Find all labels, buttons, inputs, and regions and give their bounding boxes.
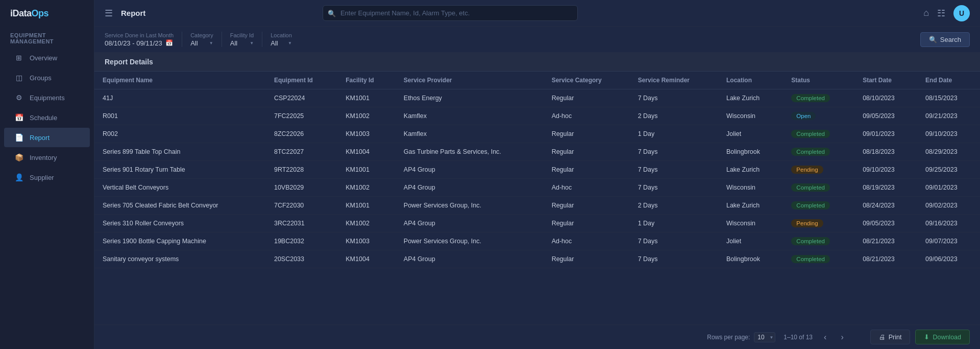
cell-category: Regular xyxy=(544,143,630,161)
search-input[interactable] xyxy=(323,5,578,21)
cell-category: Ad-hoc xyxy=(544,232,630,250)
cell-equip-id: 9RT22028 xyxy=(266,161,337,179)
cell-equip-id: 20SC2033 xyxy=(266,250,337,268)
cell-provider: Ethos Energy xyxy=(396,89,544,107)
cell-provider: Kamflex xyxy=(396,107,544,125)
topbar-title: Report xyxy=(121,9,145,17)
cell-name: Series 705 Cleated Fabric Belt Conveyor xyxy=(94,197,266,215)
cell-name: R002 xyxy=(94,125,266,143)
cell-location: Bolingbrook xyxy=(718,250,783,268)
logo-suffix: Ops xyxy=(32,8,49,18)
cell-status: Open xyxy=(783,107,854,125)
status-badge: Completed xyxy=(791,255,830,263)
cell-status: Completed xyxy=(783,125,854,143)
sidebar-nav: ⊞ Overview ◫ Groups ⚙ Equipments 📅 Sched… xyxy=(0,48,94,188)
sidebar-item-report[interactable]: 📄 Report xyxy=(4,128,90,147)
sidebar-item-groups[interactable]: ◫ Groups xyxy=(4,68,90,87)
status-badge: Completed xyxy=(791,148,830,156)
cell-start: 08/10/2023 xyxy=(854,89,917,107)
sidebar-item-inventory[interactable]: 📦 Inventory xyxy=(4,148,90,167)
print-label: Print xyxy=(889,334,902,341)
cell-facility: KM1002 xyxy=(337,107,396,125)
cell-name: Series 901 Rotary Turn Table xyxy=(94,161,266,179)
table-head: Equipment NameEquipment IdFacility IdSer… xyxy=(94,72,980,89)
cell-start: 08/21/2023 xyxy=(854,232,917,250)
cell-status: Completed xyxy=(783,232,854,250)
cell-reminder: 7 Days xyxy=(630,232,718,250)
cell-equip-id: 8TC22027 xyxy=(266,143,337,161)
status-badge: Completed xyxy=(791,94,830,102)
cell-reminder: 7 Days xyxy=(630,179,718,197)
status-badge: Completed xyxy=(791,183,830,192)
rows-select-wrap: 10 25 50 xyxy=(754,332,775,342)
sidebar-item-schedule[interactable]: 📅 Schedule xyxy=(4,108,90,127)
cell-end: 09/02/2023 xyxy=(917,197,980,215)
cell-equip-id: 7CF22030 xyxy=(266,197,337,215)
rows-per-page: Rows per page: 10 25 50 xyxy=(707,332,775,342)
cell-location: Lake Zurich xyxy=(718,89,783,107)
download-button[interactable]: ⬇ Download xyxy=(915,330,970,344)
facility-select[interactable]: All xyxy=(230,39,246,47)
cell-status: Completed xyxy=(783,250,854,268)
status-badge: Completed xyxy=(791,130,830,138)
grid-icon[interactable]: ☷ xyxy=(937,8,945,19)
sidebar-item-overview[interactable]: ⊞ Overview xyxy=(4,48,90,67)
cell-end: 09/06/2023 xyxy=(917,250,980,268)
table-row: Series 901 Rotary Turn Table 9RT22028 KM… xyxy=(94,161,980,179)
cell-equip-id: 7FC22025 xyxy=(266,107,337,125)
cell-end: 09/10/2023 xyxy=(917,125,980,143)
print-button[interactable]: 🖨 Print xyxy=(870,330,911,344)
calendar-icon: 📅 xyxy=(165,39,173,46)
table-row: Vertical Belt Conveyors 10VB2029 KM1002 … xyxy=(94,179,980,197)
cell-category: Regular xyxy=(544,215,630,232)
search-button[interactable]: 🔍 Search xyxy=(920,32,970,47)
table-row: 41J CSP22024 KM1001 Ethos Energy Regular… xyxy=(94,89,980,107)
cell-facility: KM1001 xyxy=(337,161,396,179)
facility-label: Facility Id xyxy=(230,32,254,38)
search-icon: 🔍 xyxy=(328,9,336,17)
avatar[interactable]: U xyxy=(953,5,970,21)
cell-name: Sanitary conveyor systems xyxy=(94,250,266,268)
cell-facility: KM1003 xyxy=(337,232,396,250)
search-btn-label: Search xyxy=(940,36,961,43)
status-badge: Completed xyxy=(791,201,830,210)
cell-name: 41J xyxy=(94,89,266,107)
prev-page-button[interactable]: ‹ xyxy=(821,332,829,343)
status-badge: Open xyxy=(791,112,816,120)
col-header-facility-id: Facility Id xyxy=(337,72,396,89)
location-select[interactable]: All xyxy=(271,39,286,47)
category-select[interactable]: All xyxy=(190,39,206,47)
facility-select-wrapper: All xyxy=(230,39,254,47)
sidebar-label-overview: Overview xyxy=(30,54,57,62)
main-content: ☰ Report 🔍 ⌂ ☷ U Service Done in Last Mo… xyxy=(94,0,980,349)
sidebar-item-equipments[interactable]: ⚙ Equipments xyxy=(4,88,90,107)
home-icon[interactable]: ⌂ xyxy=(923,8,929,18)
cell-location: Joliet xyxy=(718,125,783,143)
status-badge: Pending xyxy=(791,219,823,227)
cell-name: Vertical Belt Conveyors xyxy=(94,179,266,197)
sidebar-label-schedule: Schedule xyxy=(30,114,57,122)
rows-per-page-select[interactable]: 10 25 50 xyxy=(754,332,775,342)
report-table: Equipment NameEquipment IdFacility IdSer… xyxy=(94,72,980,268)
report-header: Report Details xyxy=(94,53,980,72)
next-page-button[interactable]: › xyxy=(838,332,846,343)
cell-status: Completed xyxy=(783,89,854,107)
cell-facility: KM1002 xyxy=(337,215,396,232)
table-wrap[interactable]: Equipment NameEquipment IdFacility IdSer… xyxy=(94,72,980,324)
cell-provider: AP4 Group xyxy=(396,179,544,197)
download-icon: ⬇ xyxy=(924,333,929,341)
cell-location: Lake Zurich xyxy=(718,197,783,215)
sidebar-item-supplier[interactable]: 👤 Supplier xyxy=(4,168,90,187)
cell-location: Joliet xyxy=(718,232,783,250)
table-row: Sanitary conveyor systems 20SC2033 KM100… xyxy=(94,250,980,268)
menu-icon[interactable]: ☰ xyxy=(105,8,113,19)
cell-equip-id: 19BC2032 xyxy=(266,232,337,250)
table-row: Series 899 Table Top Chain 8TC22027 KM10… xyxy=(94,143,980,161)
cell-reminder: 7 Days xyxy=(630,161,718,179)
cell-start: 08/21/2023 xyxy=(854,250,917,268)
cell-provider: AP4 Group xyxy=(396,161,544,179)
cell-location: Lake Zurich xyxy=(718,161,783,179)
inventory-icon: 📦 xyxy=(14,153,23,162)
cell-equip-id: 3RC22031 xyxy=(266,215,337,232)
service-done-label: Service Done in Last Month xyxy=(105,32,174,38)
